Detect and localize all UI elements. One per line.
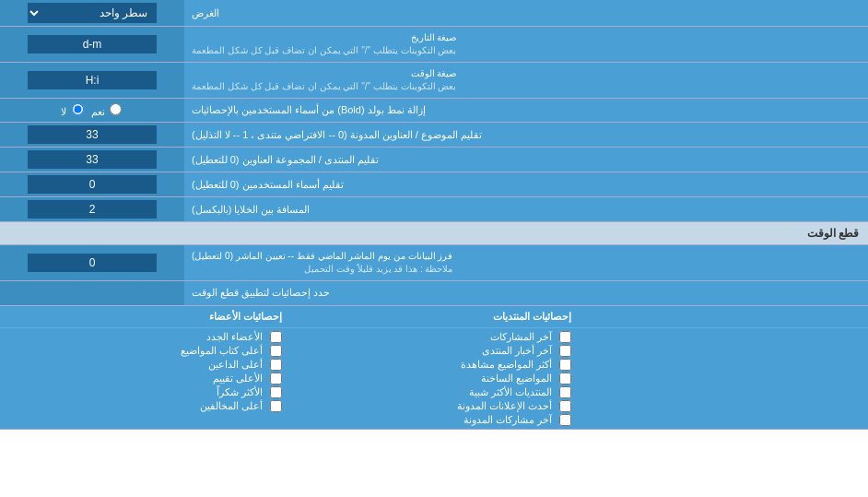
- cb-last-blog-posts[interactable]: آخر مشاركات المدونة: [297, 413, 571, 427]
- display-select-cell[interactable]: سطر واحد: [0, 0, 184, 26]
- cb-last-posts-input[interactable]: [559, 331, 571, 343]
- date-format-label: صيغة التاريخ بعض التكوينات يتطلب "/" الت…: [184, 27, 868, 62]
- cb-new-members-input[interactable]: [270, 331, 282, 343]
- cb-most-thanked-input[interactable]: [270, 386, 282, 398]
- cb-new-members[interactable]: الأعضاء الجدد: [7, 330, 282, 344]
- fetch-input[interactable]: [28, 254, 157, 272]
- forum-stats-col: [579, 330, 868, 427]
- bold-remove-label: إزالة نمط بولد (Bold) من أسماء المستخدمي…: [184, 99, 868, 122]
- forum-alignment-label: تقليم المنتدى / المجموعة العناوين (0 للت…: [184, 148, 868, 172]
- col1-header: إحصائيات المنتديات: [289, 309, 579, 325]
- cb-top-rated-input[interactable]: [270, 373, 282, 385]
- topics-alignment-input[interactable]: [28, 125, 157, 144]
- cb-last-blog-posts-input[interactable]: [559, 414, 571, 426]
- cb-top-authors-input[interactable]: [270, 345, 282, 357]
- forum-checkboxes-col: آخر المشاركات آخر أخبار المنتدى أكثر الم…: [289, 330, 579, 427]
- date-format-input-cell[interactable]: [0, 27, 184, 62]
- cb-top-rated[interactable]: الأعلى تقييم: [7, 372, 282, 385]
- col1-spacer: [579, 309, 868, 325]
- cb-most-forums[interactable]: المنتديات الأكثر شبية: [297, 385, 571, 399]
- member-checkboxes-col: الأعضاء الجدد أعلى كتاب المواضيع أعلى ال…: [0, 330, 289, 427]
- time-format-label: صيغة الوقت بعض التكوينات يتطلب "/" التي …: [184, 63, 868, 98]
- cutoff-section-header: قطع الوقت: [0, 222, 868, 245]
- bold-remove-radio-group[interactable]: نعم لا: [61, 103, 123, 118]
- cb-top-authors[interactable]: أعلى كتاب المواضيع: [7, 344, 282, 358]
- cb-most-forums-input[interactable]: [559, 386, 571, 398]
- cb-top-violators[interactable]: أعلى المخالفين: [7, 399, 282, 413]
- cb-most-viewed-input[interactable]: [559, 359, 571, 371]
- cb-top-violators-input[interactable]: [270, 400, 282, 412]
- fetch-label: فرز البيانات من يوم الماشر الماضي فقط --…: [184, 245, 868, 280]
- cb-most-thanked[interactable]: الأكثر شكراً: [7, 385, 282, 399]
- cb-last-posts[interactable]: آخر المشاركات: [297, 330, 571, 344]
- usernames-alignment-label: تقليم أسماء المستخدمين (0 للتعطيل): [184, 172, 868, 196]
- stats-apply-cell: [0, 281, 184, 304]
- radio-no-label[interactable]: لا: [61, 103, 85, 118]
- date-format-input[interactable]: [28, 35, 157, 53]
- display-select[interactable]: سطر واحد: [28, 3, 157, 23]
- forum-alignment-input[interactable]: [28, 150, 157, 169]
- cb-last-news-input[interactable]: [559, 345, 571, 357]
- time-format-input[interactable]: [28, 71, 157, 89]
- radio-no[interactable]: [72, 103, 84, 115]
- cb-latest-announcements-input[interactable]: [559, 400, 571, 412]
- bold-remove-radio-cell[interactable]: نعم لا: [0, 99, 184, 122]
- stats-apply-label: حدد إحصائيات لتطبيق قطع الوقت: [184, 281, 868, 304]
- cb-hot-topics[interactable]: المواضيع الساخنة: [297, 372, 571, 385]
- cb-latest-announcements[interactable]: أحدث الإعلانات المدونة: [297, 399, 571, 413]
- cb-top-inviters-input[interactable]: [270, 359, 282, 371]
- topics-alignment-input-cell[interactable]: [0, 123, 184, 147]
- cb-top-inviters[interactable]: أعلى الداعين: [7, 358, 282, 372]
- cb-hot-topics-input[interactable]: [559, 373, 571, 385]
- radio-yes-label[interactable]: نعم: [91, 103, 123, 118]
- topics-alignment-label: تقليم الموضوع / العناوين المدونة (0 -- ا…: [184, 123, 868, 147]
- usernames-alignment-input[interactable]: [28, 175, 157, 194]
- cb-last-news[interactable]: آخر أخبار المنتدى: [297, 344, 571, 358]
- gap-cells-label: المسافة بين الخلايا (بالبكسل): [184, 197, 868, 221]
- time-format-input-cell[interactable]: [0, 63, 184, 98]
- col2-header: إحصائيات الأعضاء: [0, 309, 289, 325]
- cb-most-viewed[interactable]: أكثر المواضيع مشاهدة: [297, 358, 571, 372]
- forum-alignment-input-cell[interactable]: [0, 148, 184, 172]
- radio-yes[interactable]: [110, 103, 122, 115]
- purpose-label: الغرض: [184, 0, 868, 26]
- gap-cells-input-cell[interactable]: [0, 197, 184, 221]
- gap-cells-input[interactable]: [28, 200, 157, 219]
- usernames-alignment-input-cell[interactable]: [0, 172, 184, 196]
- fetch-input-cell[interactable]: [0, 245, 184, 280]
